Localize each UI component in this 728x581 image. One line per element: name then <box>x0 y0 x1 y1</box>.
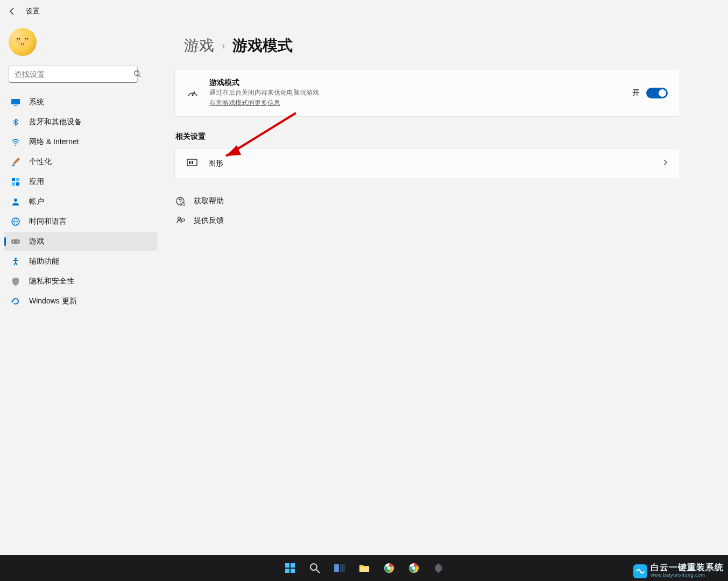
svg-line-37 <box>184 205 185 206</box>
accessibility-icon <box>11 257 20 266</box>
taskbar-start[interactable] <box>279 557 301 579</box>
svg-marker-28 <box>11 300 13 303</box>
nav-label: 帐户 <box>29 197 44 207</box>
get-help-label: 获取帮助 <box>194 196 224 206</box>
svg-rect-13 <box>14 105 17 106</box>
svg-point-5 <box>25 38 26 39</box>
svg-point-35 <box>180 203 181 204</box>
graphics-label: 图形 <box>208 159 662 168</box>
sidebar: 系统 蓝牙和其他设备 网络 & Internet 个性化 应用 帐户 时间和语言… <box>0 23 161 555</box>
nav-apps[interactable]: 应用 <box>4 172 157 192</box>
taskbar-settings[interactable] <box>428 557 449 579</box>
svg-rect-44 <box>285 569 289 573</box>
svg-rect-16 <box>12 178 15 181</box>
brush-icon <box>11 157 20 167</box>
related-settings-heading: 相关设置 <box>174 132 680 141</box>
graphics-icon <box>187 158 197 169</box>
shield-icon <box>11 277 20 286</box>
nav-label: 时间和语言 <box>29 217 67 226</box>
svg-point-56 <box>412 566 415 570</box>
feedback-icon <box>175 216 185 225</box>
nav-system[interactable]: 系统 <box>4 93 157 112</box>
taskbar <box>0 555 728 581</box>
svg-point-26 <box>17 241 18 242</box>
nav-gaming[interactable]: 游戏 <box>4 232 157 251</box>
svg-rect-33 <box>192 161 193 164</box>
nav-accessibility[interactable]: 辅助功能 <box>4 252 157 271</box>
svg-rect-17 <box>16 178 19 181</box>
bluetooth-icon <box>11 117 20 127</box>
nav-label: Windows 更新 <box>29 296 77 306</box>
watermark-logo-icon <box>633 564 647 578</box>
avatar <box>9 28 37 56</box>
titlebar: 设置 <box>0 0 728 23</box>
svg-rect-43 <box>291 563 295 568</box>
nav-label: 隐私和安全性 <box>29 277 74 286</box>
svg-point-8 <box>23 44 24 45</box>
svg-point-6 <box>27 38 28 39</box>
graphics-row[interactable]: 图形 <box>174 148 680 179</box>
svg-point-53 <box>387 566 391 570</box>
search-input[interactable] <box>9 66 138 83</box>
svg-point-36 <box>182 203 185 206</box>
watermark-sub: www.baiyunxitong.com <box>651 571 724 579</box>
svg-point-25 <box>13 241 14 242</box>
nav-windows-update[interactable]: Windows 更新 <box>4 292 157 311</box>
taskbar-taskview[interactable] <box>329 557 350 579</box>
nav-label: 游戏 <box>29 237 44 246</box>
svg-rect-50 <box>359 567 369 572</box>
apps-icon <box>11 177 20 187</box>
nav-personalization[interactable]: 个性化 <box>4 152 157 172</box>
taskbar-chrome-2[interactable] <box>403 557 425 579</box>
speed-icon <box>187 87 199 99</box>
svg-point-3 <box>17 38 18 39</box>
svg-rect-48 <box>334 564 339 572</box>
monitor-icon <box>11 97 20 107</box>
arrow-left-icon <box>8 7 17 16</box>
watermark-main: 白云一键重装系统 <box>651 564 724 571</box>
nav-label: 蓝牙和其他设备 <box>29 117 82 127</box>
nav-label: 个性化 <box>29 157 52 167</box>
nav-label: 辅助功能 <box>29 257 59 266</box>
taskbar-search[interactable] <box>304 557 326 579</box>
breadcrumb-parent[interactable]: 游戏 <box>184 36 214 56</box>
nav-accounts[interactable]: 帐户 <box>4 192 157 211</box>
svg-rect-12 <box>11 99 20 104</box>
game-mode-toggle[interactable] <box>646 88 668 98</box>
account-area[interactable] <box>4 23 157 66</box>
watermark: 白云一键重装系统 www.baiyunxitong.com <box>633 564 724 579</box>
svg-point-14 <box>15 145 16 146</box>
chevron-right-icon <box>662 159 668 168</box>
svg-rect-45 <box>291 569 295 573</box>
toggle-wrap: 开 <box>632 88 668 98</box>
nav-privacy[interactable]: 隐私和安全性 <box>4 272 157 291</box>
svg-point-4 <box>19 38 20 39</box>
breadcrumb: 游戏 › 游戏模式 <box>174 36 680 56</box>
more-info-link[interactable]: 有关游戏模式的更多信息 <box>209 99 280 107</box>
nav-bluetooth[interactable]: 蓝牙和其他设备 <box>4 112 157 132</box>
taskbar-chrome-1[interactable] <box>378 557 400 579</box>
card-subtitle: 通过在后台关闭内容来优化电脑玩游戏 <box>209 88 632 97</box>
gamepad-icon <box>11 237 20 246</box>
search-box <box>9 66 153 83</box>
svg-point-0 <box>16 37 22 43</box>
nav-network[interactable]: 网络 & Internet <box>4 132 157 152</box>
back-button[interactable] <box>4 3 20 19</box>
search-icon <box>133 70 141 80</box>
content-area: 游戏 › 游戏模式 游戏模式 通过在后台关闭内容来优化电脑玩游戏 有关游戏模式的… <box>161 23 699 555</box>
svg-rect-32 <box>189 161 190 164</box>
taskbar-explorer[interactable] <box>354 557 375 579</box>
get-help-link[interactable]: 获取帮助 <box>174 194 680 208</box>
window-title: 设置 <box>26 6 40 16</box>
svg-point-46 <box>310 564 317 570</box>
svg-rect-42 <box>285 563 289 568</box>
nav-time-language[interactable]: 时间和语言 <box>4 212 157 231</box>
update-icon <box>11 296 20 306</box>
feedback-link[interactable]: 提供反馈 <box>174 214 680 228</box>
nav-label: 应用 <box>29 177 44 187</box>
nav-label: 系统 <box>29 97 44 107</box>
card-title: 游戏模式 <box>209 78 632 88</box>
globe-icon <box>11 217 20 226</box>
svg-point-1 <box>24 37 30 43</box>
svg-point-2 <box>19 42 26 48</box>
